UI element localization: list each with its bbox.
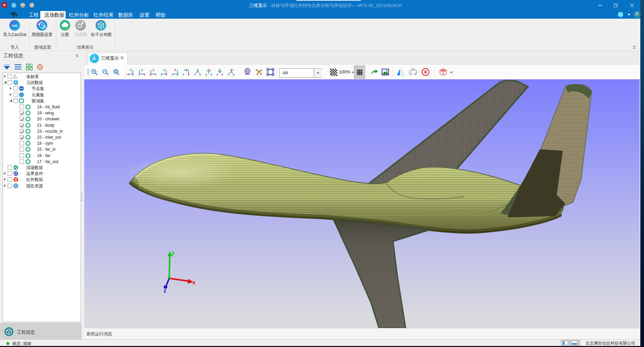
svg-text:y: y: [233, 73, 234, 76]
svg-text:x: x: [144, 73, 145, 76]
svg-text:y: y: [205, 73, 207, 76]
svg-text:x: x: [174, 68, 176, 71]
svg-text:z: z: [228, 73, 229, 76]
svg-text:z: z: [210, 73, 212, 76]
svg-text:x: x: [188, 73, 189, 76]
svg-text:x: x: [150, 73, 152, 76]
svg-text:z: z: [161, 73, 162, 76]
svg-text:z: z: [172, 73, 173, 76]
svg-text:y: y: [171, 250, 174, 256]
svg-text:x: x: [208, 68, 210, 71]
svg-text:z: z: [139, 73, 140, 76]
svg-text:x: x: [165, 73, 167, 76]
svg-text:z: z: [163, 288, 166, 294]
svg-text:x: x: [199, 73, 201, 76]
svg-text:x: x: [127, 73, 129, 76]
svg-text:z: z: [194, 73, 196, 76]
svg-text:y: y: [197, 68, 198, 71]
svg-text:y: y: [219, 68, 221, 71]
svg-text:z: z: [216, 73, 218, 76]
svg-text:x: x: [192, 280, 195, 285]
svg-text:y: y: [163, 68, 165, 71]
svg-text:x: x: [230, 68, 232, 71]
svg-text:x: x: [221, 73, 223, 76]
svg-text:y: y: [177, 73, 178, 76]
svg-text:z: z: [14, 76, 15, 79]
svg-text:z: z: [183, 73, 184, 76]
svg-text:z: z: [155, 73, 157, 76]
svg-text:z: z: [132, 73, 134, 76]
svg-text:y: y: [130, 68, 132, 71]
svg-text:y: y: [141, 68, 143, 71]
svg-text:x: x: [16, 76, 17, 79]
svg-text:y: y: [153, 68, 154, 71]
svg-text:y: y: [185, 68, 187, 71]
